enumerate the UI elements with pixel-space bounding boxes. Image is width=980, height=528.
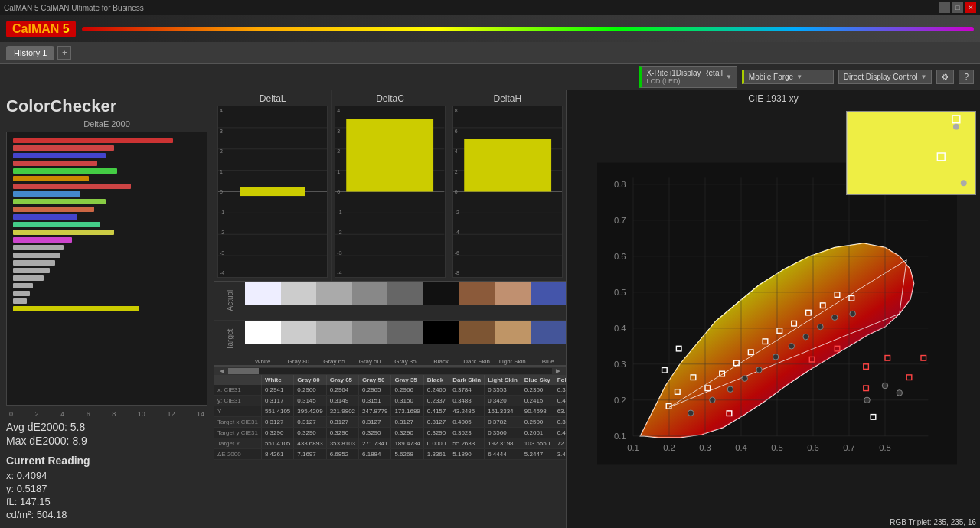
- scroll-right-icon[interactable]: ►: [552, 367, 564, 375]
- svg-text:0.2: 0.2: [614, 396, 626, 406]
- table-row: Target y:CIE310.32900.32900.32900.32900.…: [214, 428, 566, 438]
- close-button[interactable]: ✕: [965, 2, 976, 13]
- table-row: x: CIE310.29410.29600.29640.29650.29660.…: [214, 385, 566, 396]
- deltac-title: DeltaC: [335, 93, 445, 104]
- horizontal-scrollbar[interactable]: ◄ ►: [214, 366, 566, 375]
- actual-swatch-cell: [495, 282, 531, 305]
- table-row-label: x: CIE31: [214, 385, 261, 396]
- table-cell: 5.6268: [391, 449, 423, 460]
- swatch-name: Gray 35: [387, 358, 423, 365]
- swatch-name: Gray 50: [352, 358, 388, 365]
- deltac-chart-col: DeltaC 4 3: [332, 90, 449, 281]
- middle-panel: DeltaL 4: [214, 90, 567, 528]
- app-header: CalMAN 5: [0, 15, 980, 42]
- delta-bar: [13, 145, 114, 151]
- tab-history1[interactable]: History 1: [6, 46, 54, 60]
- x-axis: 0 2 4 6 8 10 12 14: [6, 410, 207, 418]
- table-cell: 0.3302: [554, 385, 566, 396]
- table-cell: 43.2485: [449, 406, 485, 417]
- delta-bar-row: [13, 152, 201, 159]
- scroll-thumb[interactable]: [228, 368, 259, 374]
- delta-bar-row: [13, 282, 201, 289]
- delta-bar: [13, 153, 106, 158]
- svg-point-103: [961, 180, 967, 186]
- delta-bar: [13, 253, 60, 258]
- delta-bar-row: [13, 229, 201, 236]
- help-button[interactable]: ?: [959, 70, 974, 84]
- table-cell: 0.4157: [423, 406, 449, 417]
- table-cell: 6.4444: [485, 449, 521, 460]
- stats: Avg dE2000: 5.8 Max dE2000: 8.9: [6, 421, 207, 448]
- title-bar: CalMAN 5 CalMAN Ultimate for Business ─ …: [0, 0, 980, 15]
- table-cell: 161.3334: [485, 406, 521, 417]
- section-title: ColorChecker: [6, 96, 207, 116]
- table-cell: 433.6893: [294, 438, 326, 449]
- minimize-button[interactable]: ─: [939, 2, 950, 13]
- svg-text:0.4: 0.4: [614, 324, 626, 334]
- table-row: ΔE 20008.42617.16976.68526.18845.62681.3…: [214, 449, 566, 460]
- tab-add-button[interactable]: +: [57, 46, 71, 60]
- svg-point-73: [756, 367, 763, 373]
- delta-bar: [13, 230, 114, 235]
- table-cell: 63.2540: [554, 406, 566, 417]
- table-cell: 7.1697: [294, 449, 326, 460]
- device1-group: X-Rite i1Display Retail LCD (LED) ▼: [639, 66, 737, 88]
- svg-text:0.1: 0.1: [614, 432, 626, 442]
- delta-bar: [13, 176, 89, 181]
- scroll-left-icon[interactable]: ◄: [216, 367, 228, 375]
- cie-chart-container: 0.1 0.2 0.3 0.4 0.5 0.6 0.7 0.8 0.1 0.2 …: [567, 107, 980, 528]
- logo-text: CalMAN: [12, 22, 59, 35]
- deltac-y-labels: 4 3 2 1 0 -1 -2 -3 -4: [337, 106, 341, 277]
- table-cell: 90.4598: [521, 406, 554, 417]
- table-cell: 395.4209: [294, 406, 326, 417]
- device1-dropdown[interactable]: X-Rite i1Display Retail LCD (LED) ▼: [639, 66, 737, 88]
- deltah-chart-area: 8 6 4 2 0 -2 -4 -6 -8: [452, 106, 563, 278]
- reading-x: x: 0.4094: [6, 470, 207, 481]
- tab-bar: History 1 +: [0, 42, 980, 64]
- device3-chevron-icon: ▼: [921, 73, 927, 80]
- svg-text:0.6: 0.6: [614, 253, 626, 262]
- device3-group: Direct Display Control ▼: [838, 70, 933, 84]
- deltah-y-labels: 8 6 4 2 0 -2 -4 -6 -8: [455, 106, 459, 277]
- target-swatch-cell: [352, 321, 388, 344]
- table-cell: 0.4005: [449, 417, 485, 428]
- title-bar-text: CalMAN 5 CalMAN Ultimate for Business: [4, 4, 144, 12]
- swatch-name: Black: [423, 358, 459, 365]
- swatch-name: Gray 80: [281, 358, 317, 365]
- delta-bar: [13, 161, 97, 166]
- device2-dropdown[interactable]: Mobile Forge ▼: [742, 70, 834, 84]
- table-cell: 5.1890: [449, 449, 485, 460]
- actual-swatch-cell: [531, 282, 567, 305]
- swatch-name: Dark Skin: [459, 358, 495, 365]
- data-table-area: WhiteGray 80Gray 65Gray 50Gray 35BlackDa…: [214, 375, 566, 528]
- maximize-button[interactable]: □: [952, 2, 963, 13]
- table-cell: 5.2447: [521, 449, 554, 460]
- swatch-names-row: WhiteGray 80Gray 65Gray 50Gray 35BlackDa…: [214, 358, 566, 365]
- swatch-name: Gray 65: [316, 358, 352, 365]
- delta-bar-row: [13, 198, 201, 205]
- table-cell: 0.3290: [391, 428, 423, 438]
- svg-point-71: [727, 386, 733, 393]
- table-cell: 0.2661: [521, 428, 554, 438]
- swatch-name: Blue: [531, 358, 567, 365]
- delta-bar-row: [13, 298, 201, 305]
- svg-point-79: [850, 311, 856, 317]
- delta-bar-row: [13, 290, 201, 297]
- table-cell: 6.6852: [326, 449, 358, 460]
- table-cell: 0.3117: [261, 396, 293, 406]
- target-swatch-cell: [495, 321, 531, 344]
- svg-text:0.7: 0.7: [614, 217, 626, 226]
- table-cell: 0.2415: [521, 396, 554, 406]
- table-cell: 0.3553: [485, 385, 521, 396]
- delta-bar-row: [13, 137, 201, 144]
- svg-text:0.5: 0.5: [614, 288, 626, 298]
- delta-bar: [13, 184, 131, 189]
- device2-chevron-icon: ▼: [796, 73, 802, 80]
- delta-bar: [13, 214, 77, 220]
- rgb-triplet: RGB Triplet: 235, 235, 16: [890, 518, 976, 526]
- device3-dropdown[interactable]: Direct Display Control ▼: [838, 70, 933, 84]
- delta-bar: [13, 298, 27, 304]
- scroll-track[interactable]: [228, 368, 552, 374]
- table-cell: 55.2633: [449, 438, 485, 449]
- settings-button[interactable]: ⚙: [936, 70, 954, 84]
